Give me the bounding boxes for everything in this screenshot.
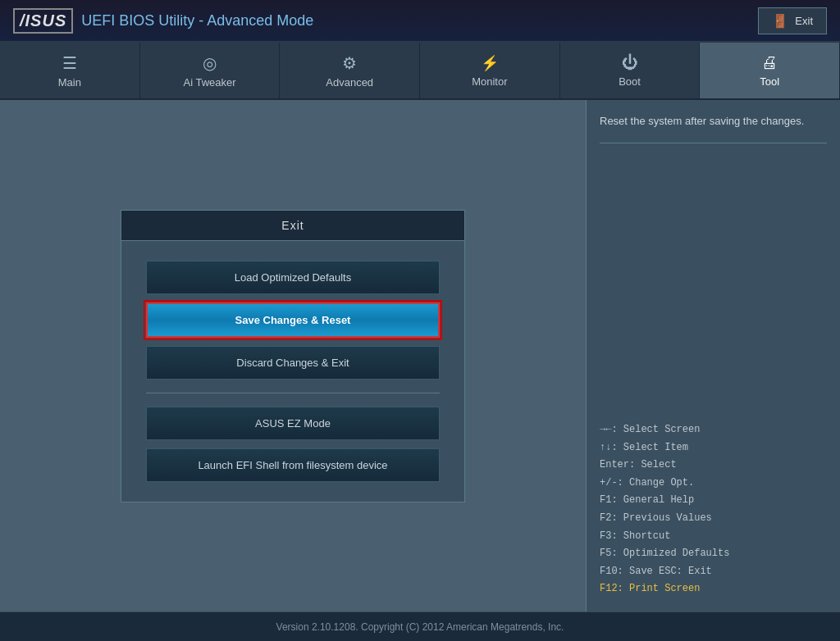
- tab-boot[interactable]: ⏻ Boot: [560, 43, 701, 98]
- tab-advanced[interactable]: ⚙ Advanced: [280, 43, 420, 98]
- footer-text: Version 2.10.1208. Copyright (C) 2012 Am…: [276, 621, 564, 633]
- load-defaults-button[interactable]: Load Optimized Defaults: [146, 261, 440, 294]
- key-hint-f1: F1: General Help: [600, 492, 827, 510]
- tab-monitor-label: Monitor: [472, 75, 507, 88]
- ai-tweaker-icon: ◎: [203, 53, 217, 73]
- main-content: Exit Load Optimized Defaults Save Change…: [0, 100, 840, 611]
- dialog-box: Exit Load Optimized Defaults Save Change…: [121, 210, 465, 502]
- exit-button[interactable]: 🚪 Exit: [758, 7, 827, 34]
- dialog-divider: [146, 393, 440, 393]
- boot-icon: ⏻: [622, 53, 638, 72]
- key-hint-f12: F12: Print Screen: [600, 580, 827, 598]
- advanced-icon: ⚙: [342, 53, 357, 73]
- efi-shell-button[interactable]: Launch EFI Shell from filesystem device: [146, 448, 440, 482]
- key-hint-f10: F10: Save ESC: Exit: [600, 563, 827, 581]
- exit-icon: 🚪: [772, 13, 788, 29]
- tab-main[interactable]: ☰ Main: [0, 43, 140, 98]
- right-panel: Reset the system after saving the change…: [586, 100, 840, 611]
- tab-tool-label: Tool: [760, 75, 779, 88]
- tab-monitor[interactable]: ⚡ Monitor: [420, 43, 560, 98]
- header-title: UEFI BIOS Utility - Advanced Mode: [81, 12, 313, 30]
- key-hint-select-screen: →←: Select Screen: [600, 421, 827, 439]
- key-hint-f2: F2: Previous Values: [600, 510, 827, 528]
- footer: Version 2.10.1208. Copyright (C) 2012 Am…: [0, 611, 840, 641]
- tab-main-label: Main: [58, 76, 81, 89]
- key-hint-enter: Enter: Select: [600, 457, 827, 475]
- monitor-icon: ⚡: [481, 54, 499, 72]
- tab-advanced-label: Advanced: [326, 76, 373, 89]
- help-text: Reset the system after saving the change…: [600, 113, 827, 143]
- asus-logo: /ISUS: [13, 8, 73, 34]
- header-left: /ISUS UEFI BIOS Utility - Advanced Mode: [13, 8, 313, 34]
- save-reset-button[interactable]: Save Changes & Reset: [146, 302, 440, 338]
- key-hint-f5: F5: Optimized Defaults: [600, 545, 827, 563]
- main-icon: ☰: [62, 53, 77, 73]
- tab-ai-tweaker[interactable]: ◎ Ai Tweaker: [140, 43, 281, 98]
- tab-ai-tweaker-label: Ai Tweaker: [183, 76, 235, 89]
- key-hints: →←: Select Screen ↑↓: Select Item Enter:…: [600, 421, 827, 598]
- key-hint-select-item: ↑↓: Select Item: [600, 439, 827, 457]
- header: /ISUS UEFI BIOS Utility - Advanced Mode …: [0, 0, 840, 43]
- key-hint-change-opt: +/-: Change Opt.: [600, 475, 827, 493]
- ez-mode-button[interactable]: ASUS EZ Mode: [146, 407, 440, 440]
- tab-tool[interactable]: 🖨 Tool: [700, 43, 840, 98]
- dialog-buttons: Load Optimized Defaults Save Changes & R…: [121, 241, 464, 502]
- nav-tabs: ☰ Main ◎ Ai Tweaker ⚙ Advanced ⚡ Monitor…: [0, 43, 840, 100]
- discard-exit-button[interactable]: Discard Changes & Exit: [146, 346, 440, 380]
- exit-label: Exit: [795, 15, 813, 27]
- tool-icon: 🖨: [761, 53, 778, 72]
- key-hint-f3: F3: Shortcut: [600, 528, 827, 546]
- tab-boot-label: Boot: [619, 75, 641, 88]
- left-panel: Exit Load Optimized Defaults Save Change…: [0, 100, 586, 611]
- dialog-title: Exit: [121, 211, 464, 241]
